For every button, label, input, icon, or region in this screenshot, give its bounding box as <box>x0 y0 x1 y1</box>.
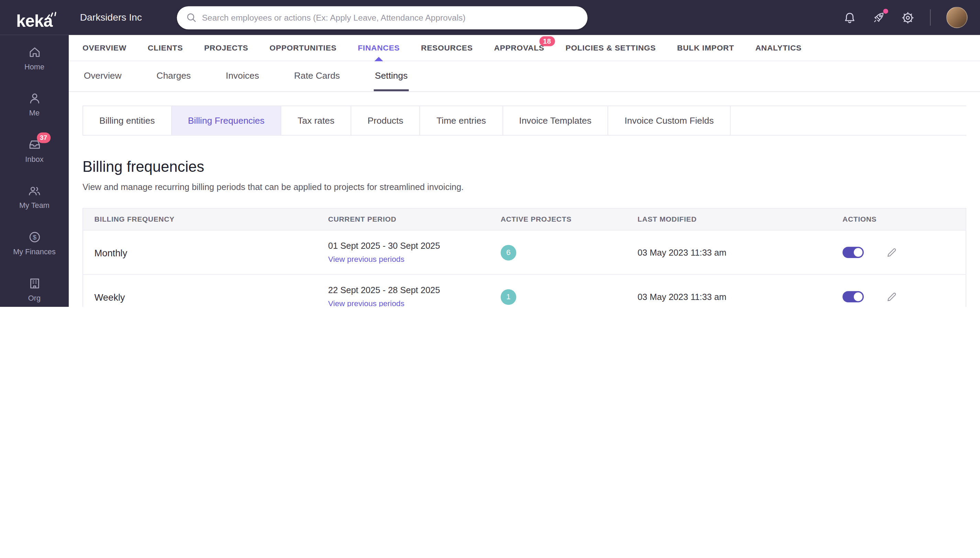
global-search[interactable] <box>177 6 588 29</box>
tab-approvals[interactable]: APPROVALS18 <box>494 43 544 52</box>
finances-icon: $ <box>28 231 41 244</box>
current-period-cell: 01 Sept 2025 - 30 Sept 2025 View previou… <box>317 241 490 264</box>
search-icon <box>186 12 197 23</box>
logo-spark-icon <box>46 9 58 18</box>
inbox-badge: 37 <box>37 132 50 143</box>
sidebar-item-home[interactable]: Home <box>0 35 69 81</box>
sidebar-item-org[interactable]: Org <box>0 266 69 307</box>
rocket-notification-dot <box>883 8 888 14</box>
avatar[interactable] <box>946 7 968 28</box>
sidebar-item-label: Me <box>29 109 39 117</box>
status-toggle[interactable] <box>842 291 864 302</box>
billing-frequencies-table: BILLING FREQUENCY CURRENT PERIOD ACTIVE … <box>82 208 966 307</box>
tab-tax-rates[interactable]: Tax rates <box>281 106 351 135</box>
col-actions: ACTIONS <box>831 215 965 223</box>
toggle-knob <box>854 248 862 257</box>
edit-icon[interactable] <box>886 291 898 302</box>
active-projects-count: 1 <box>500 289 516 304</box>
module-nav: OVERVIEW CLIENTS PROJECTS OPPORTUNITIES … <box>69 35 980 61</box>
tab-products[interactable]: Products <box>351 106 420 135</box>
subtab-charges[interactable]: Charges <box>155 61 192 91</box>
page-description: View and manage recurring billing period… <box>82 182 966 192</box>
rocket-icon[interactable] <box>872 11 886 25</box>
keka-logo[interactable]: keka <box>0 5 69 30</box>
sidebar-item-inbox[interactable]: 37 Inbox <box>0 128 69 174</box>
header-actions <box>843 7 968 28</box>
app-window: keka Darksiders Inc <box>0 0 980 307</box>
table-header-row: BILLING FREQUENCY CURRENT PERIOD ACTIVE … <box>83 208 965 230</box>
sidebar-item-label: Inbox <box>25 156 43 163</box>
gear-icon[interactable] <box>901 11 914 24</box>
active-projects-cell: 1 <box>490 289 626 304</box>
toggle-knob <box>854 292 862 301</box>
tab-approvals-label: APPROVALS <box>494 43 544 52</box>
org-icon <box>28 277 41 290</box>
company-name: Darksiders Inc <box>80 12 142 23</box>
billing-frequency-cell: Weekly <box>83 291 317 302</box>
finances-sub-nav: Overview Charges Invoices Rate Cards Set… <box>69 61 980 92</box>
actions-cell <box>831 247 965 258</box>
subtab-overview[interactable]: Overview <box>82 61 123 91</box>
main-content: OVERVIEW CLIENTS PROJECTS OPPORTUNITIES … <box>69 35 980 307</box>
sidebar-item-my-finances[interactable]: $ My Finances <box>0 220 69 266</box>
team-icon <box>28 184 41 197</box>
table-row: Monthly 01 Sept 2025 - 30 Sept 2025 View… <box>83 230 965 274</box>
me-icon <box>28 92 41 105</box>
tab-opportunities[interactable]: OPPORTUNITIES <box>270 43 337 52</box>
tab-finances[interactable]: FINANCES <box>358 43 400 52</box>
subtab-settings[interactable]: Settings <box>374 61 409 91</box>
period-range: 01 Sept 2025 - 30 Sept 2025 <box>328 241 490 251</box>
home-icon <box>28 46 41 59</box>
tab-clients[interactable]: CLIENTS <box>148 43 183 52</box>
table-row: Weekly 22 Sept 2025 - 28 Sept 2025 View … <box>83 274 965 307</box>
tab-invoice-custom-fields[interactable]: Invoice Custom Fields <box>608 106 731 135</box>
header-divider <box>930 9 931 25</box>
svg-text:$: $ <box>33 234 36 241</box>
col-current-period: CURRENT PERIOD <box>317 215 490 223</box>
tab-billing-frequencies[interactable]: Billing Frequencies <box>171 106 281 135</box>
tab-projects[interactable]: PROJECTS <box>204 43 248 52</box>
tab-analytics[interactable]: ANALYTICS <box>755 43 802 52</box>
tab-overview[interactable]: OVERVIEW <box>82 43 127 52</box>
sidebar-item-label: My Team <box>19 202 49 209</box>
billing-frequency-cell: Monthly <box>83 247 317 258</box>
sidebar-item-me[interactable]: Me <box>0 81 69 128</box>
active-projects-count: 6 <box>500 245 516 260</box>
bell-icon[interactable] <box>843 11 856 24</box>
tab-invoice-templates[interactable]: Invoice Templates <box>503 106 608 135</box>
tab-billing-entities[interactable]: Billing entities <box>82 106 171 135</box>
current-period-cell: 22 Sept 2025 - 28 Sept 2025 View previou… <box>317 285 490 307</box>
last-modified-cell: 03 May 2023 11:33 am <box>626 248 831 258</box>
actions-cell <box>831 291 965 302</box>
subtab-invoices[interactable]: Invoices <box>224 61 260 91</box>
period-range: 22 Sept 2025 - 28 Sept 2025 <box>328 285 490 295</box>
tab-time-entries[interactable]: Time entries <box>420 106 503 135</box>
last-modified-cell: 03 May 2023 11:33 am <box>626 292 831 302</box>
tab-policies-settings[interactable]: POLICIES & SETTINGS <box>566 43 656 52</box>
status-toggle[interactable] <box>842 247 864 258</box>
top-header: keka Darksiders Inc <box>0 0 980 35</box>
search-input[interactable] <box>202 13 579 22</box>
sidebar-item-my-team[interactable]: My Team <box>0 174 69 220</box>
inbox-icon: 37 <box>28 138 41 151</box>
col-active-projects: ACTIVE PROJECTS <box>490 215 626 223</box>
active-projects-cell: 6 <box>490 245 626 260</box>
sidebar-item-label: Org <box>28 294 41 302</box>
tab-bulk-import[interactable]: BULK IMPORT <box>677 43 734 52</box>
view-previous-periods-link[interactable]: View previous periods <box>328 299 404 307</box>
col-billing-frequency: BILLING FREQUENCY <box>83 215 317 223</box>
sidebar-item-label: My Finances <box>13 248 56 256</box>
sidebar-item-label: Home <box>25 63 44 71</box>
sidebar: Home Me 37 Inbox My Team $ My Finance <box>0 35 69 307</box>
edit-icon[interactable] <box>886 247 898 258</box>
view-previous-periods-link[interactable]: View previous periods <box>328 255 404 264</box>
page-title: Billing frequencies <box>82 158 966 176</box>
subtab-rate-cards[interactable]: Rate Cards <box>293 61 341 91</box>
col-last-modified: LAST MODIFIED <box>626 215 831 223</box>
settings-tabstrip: Billing entities Billing Frequencies Tax… <box>82 105 966 135</box>
tab-resources[interactable]: RESOURCES <box>421 43 473 52</box>
approvals-badge: 18 <box>539 36 555 46</box>
settings-page: Billing entities Billing Frequencies Tax… <box>69 92 980 307</box>
